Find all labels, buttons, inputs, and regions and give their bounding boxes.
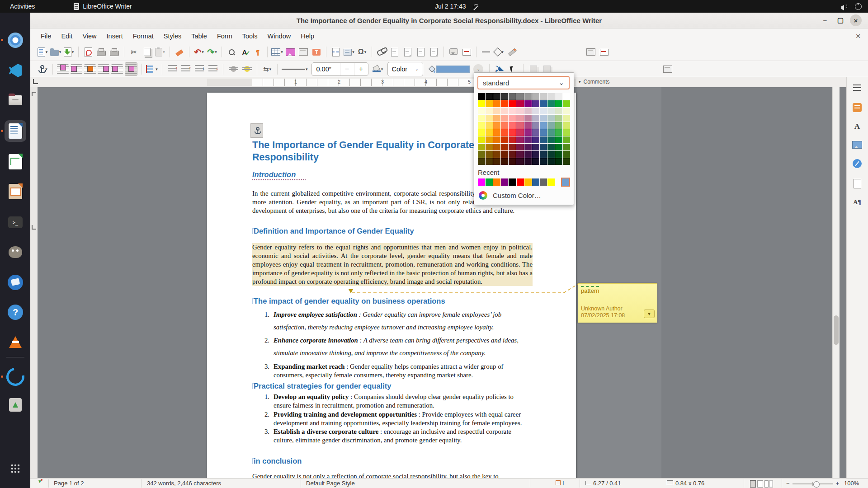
color-swatch[interactable] <box>493 178 500 186</box>
activities-button[interactable]: Activities <box>10 3 35 10</box>
insert-field-button[interactable]: ▾ <box>343 46 355 58</box>
color-swatch[interactable] <box>486 129 493 136</box>
color-swatch[interactable] <box>509 136 516 143</box>
insert-bookmark-button[interactable] <box>415 46 427 58</box>
spacing-decrease-button[interactable] <box>193 63 205 75</box>
selection-mode[interactable]: I <box>556 480 564 487</box>
color-swatch[interactable] <box>509 115 516 122</box>
heading-conclusion[interactable]: in conclusion <box>252 457 533 465</box>
object-position[interactable]: 6.27 / 0.41 <box>585 480 621 487</box>
dock-item-help[interactable]: ? <box>5 301 26 323</box>
color-swatch[interactable] <box>516 122 524 129</box>
formatting-marks-button[interactable]: ¶ <box>252 46 264 58</box>
focused-app-name[interactable]: LibreOffice Writer <box>74 3 132 10</box>
align-objects-button[interactable]: ▾ <box>146 63 158 75</box>
redo-button[interactable]: ↷▾ <box>206 46 218 58</box>
strategy-list[interactable]: 1.Develop an equality policy : Companies… <box>252 393 533 445</box>
table-borders-button[interactable] <box>585 46 597 58</box>
dock-item-thunderbird[interactable] <box>5 272 26 293</box>
color-swatch[interactable] <box>524 122 532 129</box>
color-swatch[interactable] <box>547 151 555 158</box>
color-swatch[interactable] <box>524 115 532 122</box>
color-swatch[interactable] <box>509 108 516 114</box>
color-swatch[interactable] <box>478 129 485 136</box>
color-swatch[interactable] <box>524 144 532 150</box>
heading-definition[interactable]: Definition and Importance of Gender Equa… <box>252 227 533 235</box>
color-swatch[interactable] <box>555 93 562 100</box>
color-swatch[interactable] <box>509 100 516 107</box>
zoom-track[interactable] <box>793 483 833 484</box>
sidebar-tab-character-styles[interactable]: A <box>850 120 864 133</box>
color-swatch[interactable] <box>478 93 485 100</box>
zoom-level[interactable]: 100% <box>844 480 859 487</box>
color-swatch[interactable] <box>478 108 485 114</box>
color-swatch[interactable] <box>501 178 508 186</box>
basic-shapes-button[interactable]: ▾ <box>493 46 505 58</box>
color-swatch[interactable] <box>509 122 516 129</box>
horizontal-ruler[interactable]: 1 2 3 4 5 6 ▾ Comments <box>30 77 868 87</box>
color-swatch[interactable] <box>493 100 500 107</box>
word-count[interactable]: 342 words, 2,446 characters <box>147 480 221 487</box>
book-view-icon[interactable] <box>764 480 769 488</box>
color-swatch[interactable] <box>540 115 547 122</box>
border-width-spinner[interactable]: 0.00″ − + <box>311 62 368 76</box>
comment-text[interactable]: pattern <box>581 286 599 294</box>
border-line-style-button[interactable]: ▾ <box>282 63 308 75</box>
tab-stop-selector[interactable] <box>33 79 38 84</box>
heading-impact[interactable]: The impact of gender equality on busines… <box>252 297 533 305</box>
list-item[interactable]: 1.Develop an equality policy : Companies… <box>252 393 533 410</box>
color-swatch[interactable] <box>547 93 555 100</box>
color-swatch[interactable] <box>555 158 562 165</box>
sidebar-tab-style-inspector[interactable]: A¶ <box>850 196 864 209</box>
color-swatch[interactable] <box>532 108 539 114</box>
dock-item-vlc[interactable] <box>5 331 26 353</box>
color-swatch[interactable] <box>478 144 485 150</box>
color-swatch[interactable] <box>501 136 508 143</box>
color-swatch[interactable] <box>486 158 493 165</box>
frame-properties-button[interactable] <box>662 63 674 75</box>
color-swatch[interactable] <box>478 122 485 129</box>
menu-styles[interactable]: Styles <box>159 30 187 42</box>
color-swatch[interactable] <box>540 100 547 107</box>
contour-off-button[interactable] <box>227 63 239 75</box>
wrap-before-button[interactable] <box>71 63 82 75</box>
color-swatch[interactable] <box>563 136 570 143</box>
color-swatch[interactable] <box>540 158 547 165</box>
scrollbar-thumb[interactable] <box>834 315 839 345</box>
color-swatch[interactable] <box>555 144 562 150</box>
color-swatch[interactable] <box>532 100 539 107</box>
object-size[interactable]: 0.84 x 0.76 <box>667 480 704 487</box>
wrap-through-button[interactable] <box>84 63 96 75</box>
dock-item-terminal[interactable]: >_ <box>5 211 26 233</box>
clock[interactable]: Jul 2 17:43 <box>435 0 479 13</box>
insert-text-box-button[interactable]: T <box>311 46 322 58</box>
color-swatch[interactable] <box>493 122 500 129</box>
draw-functions-button[interactable] <box>506 46 518 58</box>
color-swatch[interactable] <box>493 144 500 150</box>
color-swatch[interactable] <box>509 93 516 100</box>
close-button[interactable]: × <box>850 14 862 26</box>
spacing-row-up-button[interactable] <box>180 63 192 75</box>
s idebar-tab-page[interactable] <box>850 177 864 190</box>
color-swatch[interactable] <box>540 144 547 150</box>
increase-button[interactable]: + <box>354 63 368 75</box>
color-swatch[interactable] <box>524 129 532 136</box>
impact-list[interactable]: 1.Improve employee satisfaction : Gender… <box>252 309 533 380</box>
color-swatch[interactable] <box>563 100 570 107</box>
dock-item-calc[interactable] <box>5 151 26 173</box>
color-swatch[interactable] <box>501 115 508 122</box>
color-swatch[interactable] <box>478 151 485 158</box>
color-swatch[interactable] <box>555 136 562 143</box>
color-swatch[interactable] <box>501 122 508 129</box>
color-swatch[interactable] <box>501 144 508 150</box>
dock-item-impress[interactable] <box>5 181 26 202</box>
color-swatch[interactable] <box>516 100 524 107</box>
color-swatch[interactable] <box>563 129 570 136</box>
color-swatch[interactable] <box>532 115 539 122</box>
page-count[interactable]: Page 1 of 2 <box>54 480 84 487</box>
color-swatch[interactable] <box>540 93 547 100</box>
object-anchor-marker[interactable] <box>250 123 263 138</box>
color-swatch[interactable] <box>516 129 524 136</box>
color-swatch[interactable] <box>486 115 493 122</box>
sidebar-tab-gallery[interactable] <box>850 138 864 151</box>
